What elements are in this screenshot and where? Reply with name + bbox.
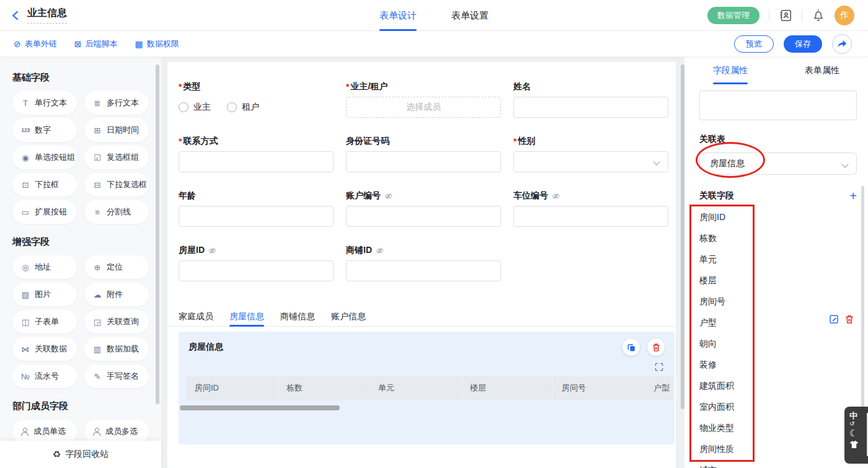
dark-mode-icon[interactable]: ☾	[849, 428, 868, 439]
field-type-button[interactable]: ▥数据加载	[84, 337, 149, 361]
text-input[interactable]	[179, 206, 334, 227]
field-type-label: 流水号	[35, 371, 59, 382]
related-field-item[interactable]: 建筑面积	[684, 376, 868, 397]
header-tab-form-design[interactable]: 表单设计	[379, 0, 417, 31]
user-avatar[interactable]: 作	[835, 6, 854, 25]
contact-book-icon[interactable]	[779, 9, 792, 22]
field-type-button[interactable]: ◎地址	[12, 255, 77, 279]
field-type-button[interactable]: ⊞日期时间	[84, 118, 149, 142]
subform-hscrollbar[interactable]	[180, 405, 340, 410]
field-type-button[interactable]: ☁附件	[84, 283, 149, 306]
toolbar-link[interactable]: ▦数据权限	[135, 38, 179, 50]
subform-tab[interactable]: 房屋信息	[229, 307, 264, 326]
field-recycle-bin[interactable]: ♻ 字段回收站	[0, 441, 161, 468]
sidebar-scrollbar[interactable]	[156, 64, 159, 404]
field-type-button[interactable]: ≣多行文本	[84, 91, 149, 115]
related-fields-label: 关联字段	[699, 190, 734, 201]
field-type-button[interactable]: ◫子表单	[12, 310, 77, 333]
field-type-button[interactable]: ⋈关联数据	[12, 337, 77, 361]
field-type-button[interactable]: ☑复选框组	[84, 146, 149, 169]
field-type-button[interactable]: ⊡下拉框	[12, 173, 77, 196]
text-input[interactable]	[179, 260, 334, 281]
text-input[interactable]	[346, 206, 501, 227]
form-field[interactable]: 年龄	[179, 190, 334, 227]
delete-field-icon[interactable]	[844, 314, 854, 324]
subform-panel[interactable]: 房屋信息 房间ID栋数单元楼层房间号户型	[179, 332, 675, 444]
related-field-item[interactable]: 室内面积	[684, 397, 868, 418]
text-input[interactable]	[513, 97, 668, 118]
field-type-button[interactable]: T单行文本	[12, 91, 77, 115]
undo-icon[interactable]: ↺	[849, 420, 868, 428]
hidden-eye-icon	[552, 192, 560, 200]
toolbar-link[interactable]: ⊠后端脚本	[74, 38, 118, 50]
preview-button[interactable]: 预览	[734, 35, 774, 53]
back-button[interactable]	[11, 11, 20, 20]
subform-tab[interactable]: 账户信息	[331, 307, 366, 326]
form-field[interactable]: *性别	[513, 135, 668, 172]
form-field[interactable]: 身份证号码	[346, 135, 501, 172]
subform-tab[interactable]: 商铺信息	[280, 307, 315, 326]
related-field-item[interactable]: 朝向	[684, 333, 868, 355]
field-type-button[interactable]: ⊟下拉复选框	[84, 173, 149, 196]
radio-option[interactable]: 业主	[179, 102, 211, 113]
translate-toggle[interactable]: 中	[849, 412, 868, 420]
subform-tab[interactable]: 家庭成员	[179, 307, 213, 326]
inspector-scrollbar[interactable]	[861, 186, 864, 409]
form-field[interactable]: 商铺ID	[346, 244, 501, 281]
radio-option-label: 租户	[242, 102, 259, 113]
form-field[interactable]: 车位编号	[513, 190, 668, 227]
member-picker[interactable]: 选择成员	[346, 97, 501, 118]
related-field-item[interactable]: 楼层	[684, 270, 868, 291]
inspector-tab-field-props[interactable]: 字段属性	[684, 57, 776, 84]
field-type-button[interactable]: ▭扩展按钮	[12, 200, 77, 224]
related-field-item[interactable]: 装修	[684, 355, 868, 376]
related-field-item[interactable]: 栋数	[684, 228, 868, 249]
text-input[interactable]	[346, 151, 501, 172]
related-field-item[interactable]: 房间号	[684, 291, 868, 312]
form-field[interactable]: *联系方式	[179, 135, 334, 172]
related-field-item[interactable]: 房间性质	[684, 439, 868, 460]
header-tab-form-settings[interactable]: 表单设置	[451, 0, 489, 31]
form-field[interactable]: 账户编号	[346, 190, 501, 227]
field-type-button[interactable]: 成员多选	[84, 420, 149, 443]
theme-skin-icon[interactable]	[849, 440, 868, 449]
save-button[interactable]: 保存	[784, 35, 822, 53]
delete-subform-button[interactable]	[647, 338, 665, 356]
field-type-button[interactable]: ◲关联查询	[84, 310, 149, 333]
text-input[interactable]	[513, 206, 668, 227]
field-type-button[interactable]: ✎手写签名	[84, 364, 149, 388]
form-field[interactable]: *类型业主租户	[179, 81, 334, 118]
data-manage-button[interactable]: 数据管理	[707, 7, 760, 24]
inspector-tab-form-props[interactable]: 表单属性	[776, 57, 868, 84]
radio-option[interactable]: 租户	[227, 102, 259, 113]
related-field-item[interactable]: 单元	[684, 249, 868, 270]
field-type-button[interactable]: ≡分割线	[84, 200, 149, 224]
text-input[interactable]	[346, 260, 501, 281]
page-title[interactable]: 业主信息	[27, 7, 67, 24]
copy-subform-button[interactable]	[622, 338, 640, 356]
related-table-select[interactable]: 房屋信息	[699, 152, 857, 175]
field-type-button[interactable]: ⊕定位	[84, 255, 149, 279]
form-field[interactable]: *业主/租户选择成员	[346, 81, 501, 118]
field-type-label: 分割线	[107, 206, 131, 218]
field-type-button[interactable]: №流水号	[12, 364, 77, 388]
form-field[interactable]: 房屋ID	[179, 244, 334, 281]
add-related-field-button[interactable]: +	[849, 190, 857, 202]
related-field-item[interactable]: 城市	[684, 460, 868, 468]
field-type-button[interactable]: ▨图片	[12, 283, 77, 306]
canvas-scrollbar[interactable]	[681, 64, 684, 409]
notification-bell-icon[interactable]	[812, 9, 825, 22]
share-button[interactable]	[832, 34, 852, 54]
related-field-item[interactable]: 房间ID	[684, 207, 868, 228]
form-field[interactable]: 姓名	[513, 81, 668, 118]
expand-subform-icon[interactable]	[655, 363, 663, 371]
field-type-button[interactable]: ◉单选按钮组	[12, 146, 77, 169]
text-input[interactable]	[179, 151, 334, 172]
field-type-button[interactable]: 123数字	[12, 118, 77, 142]
select-input[interactable]	[513, 151, 668, 172]
edit-field-icon[interactable]	[829, 314, 839, 324]
field-type-button[interactable]: 成员单选	[12, 420, 77, 443]
description-input[interactable]	[699, 91, 857, 120]
toolbar-link[interactable]: ⊘表单外链	[14, 38, 57, 50]
related-field-item[interactable]: 物业类型	[684, 418, 868, 439]
